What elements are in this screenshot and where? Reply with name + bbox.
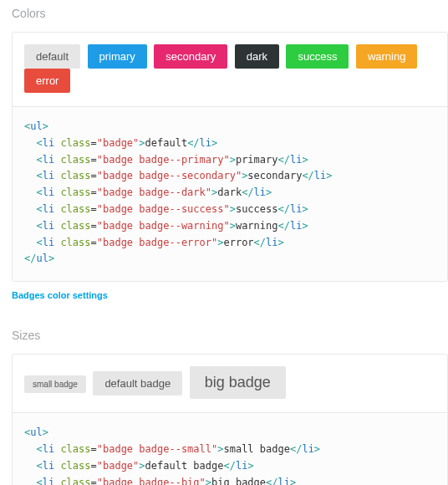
sizes-panel: small badge default badge big badge <ul>… (12, 354, 448, 485)
badge-warning: warning (356, 44, 418, 69)
sizes-section-title: Sizes (12, 329, 448, 342)
badge-small: small badge (24, 375, 86, 393)
sizes-code: <ul> <li class="badge badge--small">smal… (13, 413, 447, 485)
colors-panel: default primary secondary dark success w… (12, 32, 448, 282)
sizes-preview: small badge default badge big badge (13, 355, 447, 413)
badge-success: success (286, 44, 349, 69)
badge-default: default (24, 44, 80, 69)
colors-preview: default primary secondary dark success w… (13, 33, 447, 107)
colors-code: <ul> <li class="badge">default</li> <li … (13, 107, 447, 281)
badge-default-size: default badge (93, 371, 182, 396)
badge-dark: dark (235, 44, 279, 69)
badge-primary: primary (88, 44, 147, 69)
colors-section-title: Colors (12, 7, 448, 20)
badge-secondary: secondary (154, 44, 227, 69)
badge-big: big badge (190, 366, 286, 399)
badges-color-settings-link[interactable]: Badges color settings (12, 290, 108, 300)
badge-error: error (24, 69, 70, 93)
